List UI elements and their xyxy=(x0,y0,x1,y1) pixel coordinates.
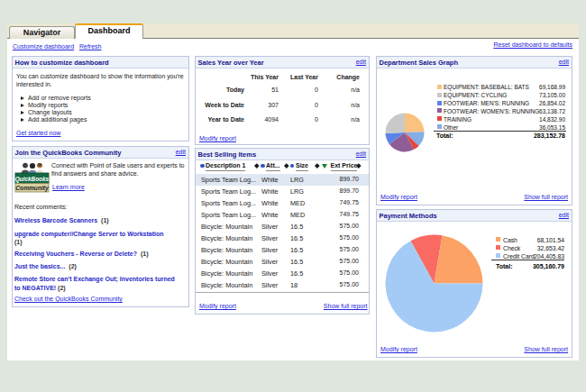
svg-text:Community: Community xyxy=(15,185,49,192)
svg-text:QuickBooks: QuickBooks xyxy=(15,176,50,183)
